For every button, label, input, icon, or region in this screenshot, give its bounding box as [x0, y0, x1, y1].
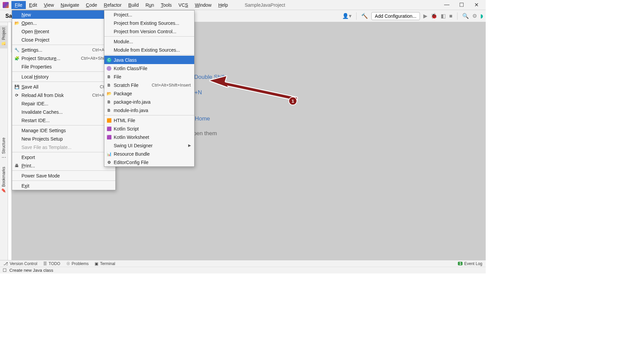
new-menu-item-package[interactable]: 📂Package: [104, 89, 194, 98]
file-menu-item-restart-ide-[interactable]: Restart IDE...: [12, 116, 115, 124]
hint-drop: pen them: [193, 130, 217, 137]
C-icon: C: [106, 57, 112, 63]
hammer-icon[interactable]: 🔨: [361, 13, 368, 19]
minimize-button[interactable]: —: [443, 2, 451, 8]
new-menu-item-module-[interactable]: Module...: [104, 37, 194, 46]
status-bar: ☐ Create new Java class: [0, 267, 486, 273]
search-icon[interactable]: 🔍: [462, 13, 469, 19]
new-menu-item-kotlin-script[interactable]: 🟪Kotlin Script: [104, 124, 194, 133]
maximize-button[interactable]: ☐: [458, 2, 466, 8]
menu-label: File Properties: [21, 64, 107, 69]
folder-icon: 📁: [1, 41, 6, 46]
tool-structure[interactable]: ⋮ Structure: [0, 136, 7, 161]
file-menu-item-repair-ide-[interactable]: Repair IDE...: [12, 99, 115, 108]
shortcut: Ctrl+Alt+Shift+Insert: [152, 83, 191, 88]
user-icon[interactable]: 👤▾: [342, 13, 352, 19]
tool-problems[interactable]: ☉Problems: [66, 261, 89, 266]
new-menu-item-scratch-file[interactable]: 🗎Scratch FileCtrl+Alt+Shift+Insert: [104, 81, 194, 89]
coverage-icon[interactable]: ◧: [441, 13, 446, 19]
menu-help[interactable]: Help: [215, 1, 231, 9]
run-icon[interactable]: ▶: [423, 13, 427, 19]
new-submenu[interactable]: Project...Project from Existing Sources.…: [104, 10, 195, 167]
new-menu-item-kotlin-class-file[interactable]: Kotlin Class/File: [104, 64, 194, 72]
file-menu-item-save-all[interactable]: 💾Save AllCtrl+S: [12, 83, 115, 91]
file-menu-item-export[interactable]: Export▶: [12, 153, 115, 161]
menu-edit[interactable]: Edit: [26, 1, 41, 9]
print-icon: 🖶: [14, 163, 19, 168]
new-menu-item-module-from-existing-sources-[interactable]: Module from Existing Sources...: [104, 46, 194, 54]
file-menu-item-settings-[interactable]: 🔧Settings...Ctrl+Alt+S: [12, 46, 115, 54]
new-menu-item-project-from-existing-sources-[interactable]: Project from Existing Sources...: [104, 19, 194, 27]
file-menu-item-reload-all-from-disk[interactable]: ⟳Reload All from DiskCtrl+Alt+Y: [12, 91, 115, 99]
new-menu-item-module-info-java[interactable]: 🗎module-info.java: [104, 106, 194, 114]
file-menu-item-file-properties[interactable]: File Properties▶: [12, 62, 115, 71]
menu-label: Print...: [21, 163, 112, 168]
file-menu-item-manage-ide-settings[interactable]: Manage IDE Settings▶: [12, 126, 115, 135]
menu-label: Save File as Template...: [21, 145, 112, 150]
html-icon: 🟧: [106, 118, 112, 123]
hint-nav: -Home: [193, 115, 210, 122]
left-tool-stripe: 📁 Project ⋮ Structure 🔖 Bookmarks: [0, 22, 8, 260]
close-button[interactable]: ✕: [472, 2, 480, 8]
tool-terminal[interactable]: ▣Terminal: [95, 261, 115, 266]
settings-icon[interactable]: ⚙: [472, 13, 477, 19]
menu-refactor[interactable]: Refactor: [101, 1, 125, 9]
menu-window[interactable]: Window: [192, 1, 215, 9]
menu-run[interactable]: Run: [142, 1, 158, 9]
new-menu-item-package-info-java[interactable]: 🗎package-info.java: [104, 98, 194, 106]
menubar: FileEditViewNavigateCodeRefactorBuildRun…: [0, 0, 486, 10]
new-menu-item-kotlin-worksheet[interactable]: 🟪Kotlin Worksheet: [104, 133, 194, 141]
menu-label: Export: [21, 155, 107, 160]
file-menu-item-open-recent[interactable]: Open Recent▶: [12, 27, 115, 36]
jfile-icon: 🗎: [106, 108, 112, 113]
rb-icon: 📊: [106, 151, 112, 157]
tool-project[interactable]: 📁 Project: [0, 25, 7, 48]
new-menu-item-file[interactable]: 🗎File: [104, 72, 194, 81]
tool-todo[interactable]: ☰TODO: [43, 261, 60, 266]
stop-icon[interactable]: ■: [449, 13, 452, 19]
hint-search: Double Shift: [194, 74, 225, 81]
file-menu-item-print-[interactable]: 🖶Print...: [12, 161, 115, 170]
new-menu-item-resource-bundle[interactable]: 📊Resource Bundle: [104, 150, 194, 158]
bottom-tool-bar: ⎇Version Control ☰TODO ☉Problems ▣Termin…: [0, 260, 486, 267]
add-configuration-button[interactable]: Add Configuration...: [371, 12, 420, 20]
menu-navigate[interactable]: Navigate: [57, 1, 83, 9]
menu-label: File: [114, 74, 191, 80]
chevron-right-icon: ▶: [188, 143, 191, 148]
menu-tools[interactable]: Tools: [157, 1, 175, 9]
menu-vcs[interactable]: VCS: [175, 1, 192, 9]
window-icon[interactable]: ☐: [3, 268, 7, 273]
file-menu-item-new[interactable]: New▶: [12, 10, 115, 19]
file-menu[interactable]: New▶📂Open...Open Recent▶Close Project🔧Se…: [12, 10, 116, 190]
debug-icon[interactable]: 🐞: [431, 13, 437, 19]
wrench-icon: 🔧: [14, 47, 19, 53]
file-menu-item-close-project[interactable]: Close Project: [12, 36, 115, 44]
menu-code[interactable]: Code: [83, 1, 100, 9]
gear-icon: ⚙: [106, 160, 112, 165]
menu-label: Repair IDE...: [21, 101, 112, 106]
file-menu-item-open-[interactable]: 📂Open...: [12, 19, 115, 27]
new-menu-item-project-[interactable]: Project...: [104, 10, 194, 19]
menu-label: Kotlin Class/File: [114, 66, 191, 71]
tool-bookmarks[interactable]: 🔖 Bookmarks: [0, 165, 7, 195]
file-menu-item-new-projects-setup[interactable]: New Projects Setup▶: [12, 135, 115, 143]
menu-label: Reload All from Disk: [21, 93, 90, 98]
new-menu-item-editorconfig-file[interactable]: ⚙EditorConfig File: [104, 158, 194, 166]
file-menu-item-local-history[interactable]: Local History▶: [12, 72, 115, 81]
new-menu-item-java-class[interactable]: CJava Class: [104, 56, 194, 64]
menu-build[interactable]: Build: [125, 1, 142, 9]
tool-event-log[interactable]: 1Event Log: [458, 261, 482, 266]
file-menu-item-power-save-mode[interactable]: Power Save Mode: [12, 171, 115, 180]
new-menu-item-project-from-version-control-[interactable]: Project from Version Control...: [104, 27, 194, 36]
menu-label: Project...: [114, 12, 191, 17]
jetbrains-icon[interactable]: ◗: [480, 13, 483, 19]
menu-view[interactable]: View: [41, 1, 57, 9]
new-menu-item-swing-ui-designer[interactable]: Swing UI Designer▶: [104, 141, 194, 150]
file-menu-item-project-structure-[interactable]: 🧩Project Structure...Ctrl+Alt+Shift+S: [12, 54, 115, 62]
file-menu-item-exit[interactable]: Exit: [12, 182, 115, 190]
tool-version-control[interactable]: ⎇Version Control: [3, 261, 37, 266]
file-menu-item-save-file-as-template-: Save File as Template...: [12, 143, 115, 151]
menu-file[interactable]: File: [11, 1, 26, 9]
file-menu-item-invalidate-caches-[interactable]: Invalidate Caches...: [12, 108, 115, 116]
new-menu-item-html-file[interactable]: 🟧HTML File: [104, 116, 194, 124]
